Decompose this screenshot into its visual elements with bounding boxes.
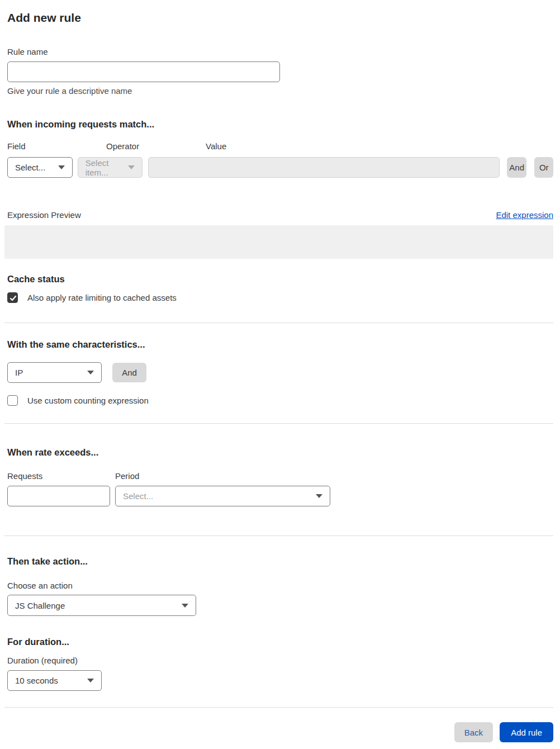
page-title: Add new rule bbox=[7, 10, 553, 26]
chevron-down-icon bbox=[128, 165, 135, 169]
period-select-value: Select... bbox=[123, 491, 153, 501]
cached-assets-checkbox-label[interactable]: Also apply rate limiting to cached asset… bbox=[27, 292, 177, 303]
custom-counting-checkbox[interactable] bbox=[7, 395, 18, 406]
rule-name-helper: Give your rule a descriptive name bbox=[7, 86, 553, 96]
operator-select: Select item... bbox=[78, 157, 143, 178]
and-button[interactable]: And bbox=[507, 157, 526, 178]
characteristic-and-button[interactable]: And bbox=[112, 363, 146, 382]
expression-preview-label: Expression Preview bbox=[7, 210, 81, 220]
cache-status-heading: Cache status bbox=[7, 273, 553, 285]
period-select[interactable]: Select... bbox=[115, 486, 330, 506]
add-rule-form: Add new rule Rule name Give your rule a … bbox=[0, 10, 560, 742]
action-label: Choose an action bbox=[7, 581, 553, 591]
characteristics-heading: With the same characteristics... bbox=[7, 339, 553, 350]
value-input bbox=[148, 157, 500, 178]
period-label: Period bbox=[115, 471, 139, 481]
operator-label: Operator bbox=[106, 141, 206, 151]
action-select[interactable]: JS Challenge bbox=[7, 595, 196, 616]
custom-counting-checkbox-label[interactable]: Use custom counting expression bbox=[27, 395, 149, 406]
match-section-heading: When incoming requests match... bbox=[7, 118, 553, 130]
rate-heading: When rate exceeds... bbox=[7, 447, 553, 458]
action-heading: Then take action... bbox=[7, 556, 553, 567]
chevron-down-icon bbox=[87, 371, 94, 374]
duration-label: Duration (required) bbox=[7, 656, 553, 666]
divider bbox=[4, 323, 553, 323]
chevron-down-icon bbox=[87, 679, 94, 682]
value-label: Value bbox=[206, 141, 226, 151]
characteristic-select[interactable]: IP bbox=[7, 362, 102, 383]
rule-name-label: Rule name bbox=[7, 47, 553, 57]
chevron-down-icon bbox=[58, 165, 65, 169]
rule-name-input[interactable] bbox=[7, 61, 280, 82]
divider bbox=[4, 707, 553, 708]
back-button[interactable]: Back bbox=[454, 722, 493, 742]
characteristic-select-value: IP bbox=[15, 368, 23, 377]
chevron-down-icon bbox=[182, 604, 188, 608]
add-rule-button[interactable]: Add rule bbox=[500, 722, 553, 742]
duration-heading: For duration... bbox=[7, 636, 553, 647]
cached-assets-checkbox[interactable] bbox=[7, 292, 18, 303]
or-button[interactable]: Or bbox=[534, 157, 553, 178]
checkmark-icon bbox=[9, 294, 17, 302]
requests-input[interactable] bbox=[7, 486, 110, 506]
field-label: Field bbox=[7, 141, 106, 151]
duration-select-value: 10 seconds bbox=[15, 676, 58, 685]
field-select-value: Select... bbox=[15, 163, 45, 172]
expression-preview-box bbox=[4, 225, 553, 259]
divider bbox=[4, 423, 553, 424]
field-select[interactable]: Select... bbox=[7, 157, 73, 178]
operator-select-value: Select item... bbox=[86, 158, 124, 177]
action-select-value: JS Challenge bbox=[15, 601, 65, 610]
requests-label: Requests bbox=[7, 471, 115, 481]
divider bbox=[4, 535, 553, 536]
edit-expression-link[interactable]: Edit expression bbox=[496, 210, 553, 220]
duration-select[interactable]: 10 seconds bbox=[7, 670, 102, 691]
chevron-down-icon bbox=[316, 494, 322, 498]
